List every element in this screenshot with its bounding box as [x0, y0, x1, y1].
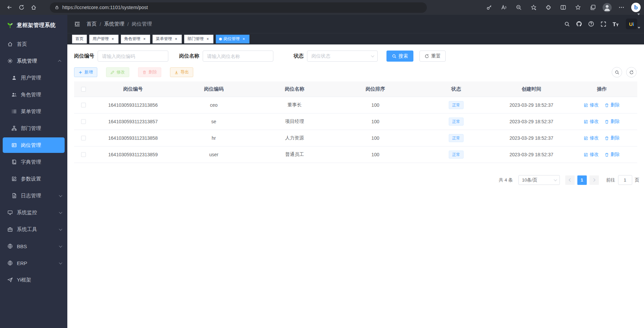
header-actions: Ui — [562, 19, 637, 29]
pencil-icon — [110, 70, 114, 74]
tab-user-mgmt[interactable]: 用户管理 — [89, 35, 118, 43]
font-size-icon[interactable] — [610, 19, 620, 29]
tab-home[interactable]: 首页 — [72, 35, 87, 43]
sidebar-item-erp[interactable]: ERP — [0, 255, 67, 271]
sidebar-item-user-mgmt[interactable]: 用户管理 — [0, 69, 67, 86]
page-size-select[interactable]: 10条/页 — [518, 175, 560, 185]
fullscreen-icon[interactable] — [598, 19, 608, 29]
tab-role-mgmt[interactable]: 角色管理 — [121, 35, 150, 43]
bing-sidebar-icon[interactable]: b — [631, 3, 641, 12]
row-edit-link[interactable]: 修改 — [584, 102, 599, 108]
row-delete-link[interactable]: 删除 — [605, 152, 619, 158]
sidebar-item-post-mgmt[interactable]: 岗位管理 — [3, 137, 65, 153]
search-form: 岗位编号 岗位名称 状态 岗位状态 搜索 重 — [71, 51, 640, 62]
sidebar-item-system-tools[interactable]: 系统工具 — [0, 221, 67, 238]
row-checkbox[interactable] — [81, 152, 86, 157]
sidebar-item-dict-mgmt[interactable]: 字典管理 — [0, 154, 67, 170]
github-icon[interactable] — [574, 19, 584, 29]
close-icon[interactable] — [241, 37, 246, 41]
page-number-1[interactable]: 1 — [577, 175, 587, 185]
org-tree-icon — [11, 126, 17, 131]
toggle-search-button[interactable] — [612, 67, 622, 77]
delete-button[interactable]: 删除 — [138, 67, 161, 77]
prev-page-button[interactable] — [565, 175, 575, 185]
close-icon[interactable] — [142, 37, 147, 41]
download-icon — [174, 70, 178, 74]
select-all-checkbox[interactable] — [81, 87, 86, 92]
chevron-right-icon — [592, 178, 595, 182]
sidebar-item-bbs[interactable]: BBS — [0, 238, 67, 255]
browser-profile-avatar[interactable] — [603, 3, 612, 12]
export-button[interactable]: 导出 — [170, 67, 193, 77]
search-icon — [392, 54, 397, 59]
status-select[interactable]: 岗位状态 — [307, 51, 378, 62]
row-checkbox[interactable] — [81, 103, 86, 107]
close-icon[interactable] — [174, 37, 178, 41]
row-delete-link[interactable]: 删除 — [605, 102, 619, 108]
trash-icon — [605, 120, 609, 124]
row-delete-link[interactable]: 删除 — [605, 119, 619, 125]
refresh-icon[interactable] — [15, 1, 28, 13]
pagination: 共 4 条 10条/页 1 前往 页 — [71, 175, 640, 185]
row-edit-link[interactable]: 修改 — [584, 152, 599, 158]
back-icon[interactable] — [3, 1, 15, 13]
zoom-out-icon[interactable] — [514, 1, 524, 13]
globe-icon — [7, 260, 13, 266]
sidebar: 意框架管理系统 首页 系统管理 用户管理 角色管理 菜单管理 部门管理 — [0, 15, 67, 328]
sidebar-item-menu-mgmt[interactable]: 菜单管理 — [0, 103, 67, 120]
post-name-input[interactable] — [203, 51, 273, 62]
goto-page-input[interactable] — [618, 175, 632, 185]
add-favorite-icon[interactable] — [529, 1, 539, 13]
paper-plane-icon — [7, 277, 13, 283]
add-button[interactable]: 新增 — [74, 67, 97, 77]
sidebar-item-dept-mgmt[interactable]: 部门管理 — [0, 120, 67, 137]
favorites-icon[interactable] — [573, 1, 583, 13]
row-checkbox[interactable] — [81, 119, 86, 124]
split-screen-icon[interactable] — [558, 1, 568, 13]
chevron-down-icon — [553, 178, 557, 181]
refresh-icon — [425, 54, 429, 59]
extensions-icon[interactable] — [543, 1, 553, 13]
col-post-sort: 岗位排序 — [335, 81, 416, 97]
app-title: 意框架管理系统 — [17, 22, 56, 29]
home-icon[interactable] — [28, 1, 40, 13]
reset-button[interactable]: 重置 — [419, 51, 446, 62]
row-edit-link[interactable]: 修改 — [584, 135, 599, 141]
password-key-icon[interactable] — [484, 1, 494, 13]
row-delete-link[interactable]: 删除 — [605, 135, 619, 141]
close-icon[interactable] — [205, 37, 210, 41]
sidebar-item-role-mgmt[interactable]: 角色管理 — [0, 86, 67, 103]
edit-button[interactable]: 修改 — [106, 67, 129, 77]
next-page-button[interactable] — [589, 175, 599, 185]
pencil-square-icon — [584, 136, 588, 140]
sidebar-item-log-mgmt[interactable]: 日志管理 — [0, 187, 67, 204]
breadcrumb-home[interactable]: 首页 — [87, 21, 97, 27]
user-avatar[interactable]: Ui — [626, 19, 637, 29]
post-code-input[interactable] — [98, 51, 168, 62]
sidebar-item-param-settings[interactable]: 参数设置 — [0, 170, 67, 187]
breadcrumb: 首页 系统管理 岗位管理 — [87, 21, 152, 27]
tab-post-mgmt[interactable]: 岗位管理 — [216, 35, 249, 43]
tab-menu-mgmt[interactable]: 菜单管理 — [152, 35, 182, 43]
read-aloud-icon[interactable] — [499, 1, 509, 13]
breadcrumb-system[interactable]: 系统管理 — [104, 21, 124, 27]
browser-menu-icon[interactable] — [616, 1, 626, 13]
sidebar-item-system-monitor[interactable]: 系统监控 — [0, 204, 67, 221]
help-icon[interactable] — [586, 19, 596, 29]
sidebar-item-yi-framework[interactable]: Yi框架 — [0, 271, 67, 288]
address-bar[interactable]: https://ccnetcore.com:1101/system/post — [50, 2, 427, 13]
collapse-sidebar-icon[interactable] — [74, 21, 80, 27]
collections-icon[interactable] — [588, 1, 598, 13]
goto-label: 前往 — [606, 177, 615, 183]
sidebar-item-home[interactable]: 首页 — [0, 36, 67, 53]
sidebar-item-system-mgmt[interactable]: 系统管理 — [0, 53, 67, 69]
search-button[interactable]: 搜索 — [386, 51, 413, 62]
app-logo: 意框架管理系统 — [0, 15, 67, 36]
monitor-icon — [7, 210, 13, 215]
row-edit-link[interactable]: 修改 — [584, 119, 599, 125]
refresh-table-button[interactable] — [626, 67, 637, 77]
tab-dept-mgmt[interactable]: 部门管理 — [184, 35, 213, 43]
header-search-icon[interactable] — [562, 19, 572, 29]
close-icon[interactable] — [110, 37, 115, 41]
row-checkbox[interactable] — [81, 136, 86, 140]
